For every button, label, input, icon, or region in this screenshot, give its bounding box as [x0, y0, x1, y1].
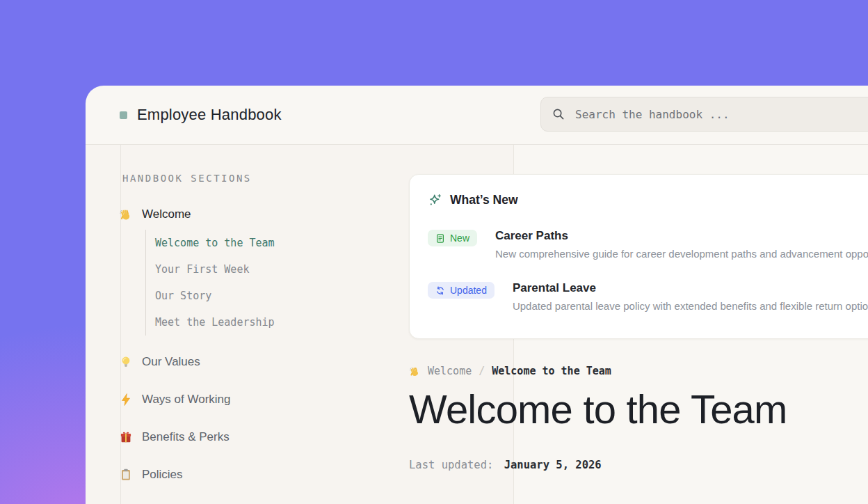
whats-new-item-title: Parental Leave	[513, 281, 868, 295]
breadcrumb-separator: /	[479, 365, 485, 377]
app-body: HANDBOOK SECTIONS	[86, 145, 868, 504]
last-updated-label: Last updated:	[409, 459, 493, 471]
page-title: Welcome to the Team	[409, 387, 868, 432]
badge-label: New	[450, 233, 469, 244]
desktop-background: Employee Handbook HANDBOOK SECTIONS	[0, 0, 868, 504]
logo-square-icon	[120, 111, 127, 119]
document-icon	[435, 233, 445, 244]
sidebar-subitem-your-first-week[interactable]: Your First Week	[155, 256, 396, 283]
sidebar-item-label: Policies	[142, 468, 183, 482]
breadcrumb-section-link[interactable]: Welcome	[428, 365, 472, 377]
whats-new-item-description: Updated parental leave policy with exten…	[513, 300, 868, 312]
badge-label: Updated	[450, 285, 487, 296]
breadcrumb: Welcome / Welcome to the Team	[409, 365, 868, 377]
sidebar-item-benefits-perks[interactable]: Benefits & Perks	[118, 430, 396, 444]
app-title: Employee Handbook	[137, 106, 282, 124]
gift-icon	[118, 430, 134, 444]
sidebar-item-welcome[interactable]: Welcome	[118, 207, 396, 221]
lightning-icon	[118, 393, 134, 407]
waving-hand-icon	[118, 207, 134, 221]
sidebar-item-label: Benefits & Perks	[142, 430, 230, 444]
main-content: What’s New New Career Paths New	[409, 145, 868, 471]
whats-new-card: What’s New New Career Paths New	[409, 174, 868, 339]
sidebar-item-ways-of-working[interactable]: Ways of Working	[118, 393, 396, 407]
refresh-icon	[435, 285, 445, 296]
whats-new-title: What’s New	[450, 193, 518, 207]
sidebar-item-label: Our Values	[142, 355, 200, 369]
whats-new-item-description: New comprehensive guide for career devel…	[495, 248, 868, 260]
sparkles-icon	[428, 193, 442, 207]
sidebar-item-label: Welcome	[142, 207, 191, 221]
whats-new-item-title: Career Paths	[495, 229, 868, 243]
search-icon	[552, 108, 565, 120]
updated-badge: Updated	[428, 282, 495, 299]
last-updated-value: January 5, 2026	[504, 459, 602, 471]
whats-new-item-career-paths[interactable]: New Career Paths New comprehensive guide…	[428, 229, 868, 260]
brand: Employee Handbook	[120, 106, 282, 124]
search-input[interactable]	[574, 107, 868, 122]
sidebar-subitem-meet-the-leadership[interactable]: Meet the Leadership	[155, 309, 396, 336]
sidebar-heading: HANDBOOK SECTIONS	[122, 173, 396, 184]
app-window: Employee Handbook HANDBOOK SECTIONS	[86, 86, 868, 504]
sidebar-subitem-welcome-to-the-team[interactable]: Welcome to the Team	[155, 230, 396, 256]
breadcrumb-current-page: Welcome to the Team	[492, 365, 611, 377]
sidebar-sublist-welcome: Welcome to the Team Your First Week Our …	[145, 230, 396, 336]
waving-hand-icon	[409, 365, 421, 377]
whats-new-item-text: Parental Leave Updated parental leave po…	[513, 281, 868, 312]
whats-new-item-text: Career Paths New comprehensive guide for…	[495, 229, 868, 260]
sidebar-item-our-values[interactable]: Our Values	[118, 355, 396, 369]
whats-new-header: What’s New	[428, 193, 868, 207]
new-badge: New	[428, 230, 477, 246]
app-header: Employee Handbook	[86, 86, 868, 145]
sidebar-item-policies[interactable]: Policies	[118, 468, 396, 482]
clipboard-icon	[118, 468, 134, 482]
last-updated: Last updated: January 5, 2026	[409, 459, 868, 471]
sidebar-item-label: Ways of Working	[142, 393, 231, 407]
search-box[interactable]	[540, 97, 868, 132]
lightbulb-icon	[118, 355, 134, 369]
sidebar: HANDBOOK SECTIONS	[118, 145, 396, 482]
whats-new-item-parental-leave[interactable]: Updated Parental Leave Updated parental …	[428, 281, 868, 312]
sidebar-subitem-our-story[interactable]: Our Story	[155, 283, 396, 309]
